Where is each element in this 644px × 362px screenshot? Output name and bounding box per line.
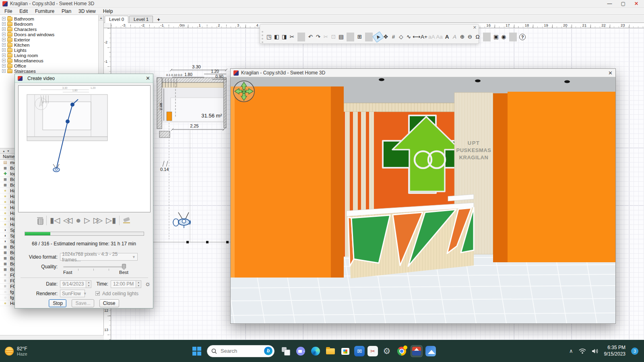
close-button[interactable]: ✕ (634, 1, 638, 6)
catalog-category[interactable]: Exterior (0, 37, 99, 42)
search-input[interactable] (220, 348, 258, 354)
magnet-icon[interactable]: Ω (474, 33, 481, 41)
catalog-category[interactable]: Miscellaneous (0, 58, 99, 63)
redo-icon[interactable]: ↷ (314, 33, 322, 41)
maximize-button[interactable]: ▢ (621, 1, 625, 6)
play-button[interactable]: ▷ (84, 216, 90, 225)
slider-thumb[interactable] (122, 264, 126, 270)
catalog-category[interactable]: Characters (0, 27, 99, 32)
expand-icon[interactable] (2, 53, 6, 57)
toolbar-button[interactable] (347, 33, 354, 41)
expand-icon[interactable] (2, 59, 6, 62)
create-rooms-icon[interactable]: ◇ (397, 33, 405, 41)
create-polyline-icon[interactable]: ∿ (405, 33, 413, 41)
spinner[interactable]: ▲▼ (136, 281, 141, 288)
undo-icon[interactable]: ↶ (307, 33, 314, 41)
menu-item[interactable]: Furniture (31, 8, 58, 14)
settings-icon[interactable]: ⚙ (381, 345, 393, 357)
catalog-category[interactable]: Bedroom (0, 21, 99, 27)
menu-item[interactable]: 3D view (75, 8, 99, 14)
weather-widget[interactable]: 82°F Haze (5, 346, 53, 356)
menu-item[interactable]: Help (99, 8, 117, 14)
video-format-select[interactable]: 1024x768 pixels - 4:3 - 25 frames...▼ (60, 253, 138, 261)
add-level-button[interactable]: + (154, 16, 163, 23)
zoom-out-icon[interactable]: ⊖ (466, 33, 474, 41)
dialog-close-button[interactable]: ✕ (146, 75, 150, 81)
time-field[interactable]: 12:00 PM ▲▼ (111, 280, 141, 288)
decrease-text-icon[interactable]: aA (428, 33, 436, 41)
chrome-icon[interactable] (396, 345, 408, 357)
expand-icon[interactable] (2, 64, 6, 68)
start-button[interactable] (192, 346, 202, 356)
snipping-tool-icon[interactable]: ✂ (367, 346, 378, 356)
wall-handle[interactable] (206, 241, 208, 243)
help-icon[interactable]: ? (519, 34, 526, 40)
skip-end-button[interactable]: ▷▮ (106, 216, 116, 225)
camera-path-point[interactable] (66, 119, 70, 123)
splitter-up-icon[interactable]: ▲ (2, 150, 5, 152)
catalog-category[interactable]: Lights (0, 47, 99, 53)
edge-icon[interactable] (310, 345, 322, 357)
photos-icon[interactable] (425, 346, 436, 356)
delete-frames-button[interactable] (37, 217, 43, 224)
paste-icon[interactable]: ▤ (337, 33, 345, 41)
catalog-category[interactable]: Kitchen (0, 42, 99, 47)
catalog-category[interactable]: Office (0, 63, 99, 68)
create-dimension-icon[interactable]: ⟷ (413, 33, 420, 41)
import-furniture-icon[interactable]: ◧ (273, 33, 281, 41)
fast-forward-button[interactable]: ▷▷ (93, 216, 103, 225)
speaker-icon[interactable] (592, 348, 599, 354)
expand-icon[interactable] (2, 27, 6, 31)
wifi-icon[interactable] (579, 348, 586, 354)
sweet-home-3d-icon[interactable] (411, 345, 423, 357)
copy-icon[interactable]: ⊡ (330, 33, 337, 41)
catalog-category[interactable]: Bathroom (0, 16, 99, 21)
file-explorer-icon[interactable] (324, 345, 336, 357)
cut-icon[interactable]: ✂ (322, 33, 330, 41)
menu-item[interactable]: File (1, 8, 16, 14)
3d-scene-canvas[interactable]: UPT PUSKESMAS KRAGILAN (231, 77, 615, 323)
video-icon[interactable]: ◉ (500, 33, 508, 41)
rewind-button[interactable]: ◁◁ (63, 216, 72, 225)
menu-item[interactable]: Edit (16, 8, 31, 14)
camera-icon[interactable] (173, 212, 190, 228)
spinner[interactable]: ▲▼ (86, 281, 91, 288)
toolbar-button[interactable] (365, 33, 373, 41)
bold-icon[interactable]: A (443, 33, 451, 41)
camera-path-point[interactable] (70, 103, 74, 107)
date-field[interactable]: 9/14/2023 ▲▼ (60, 280, 91, 288)
toolbar-button[interactable] (509, 33, 517, 41)
3d-navigation-compass[interactable] (233, 81, 254, 102)
expand-icon[interactable] (2, 43, 6, 47)
toolbar-button[interactable] (297, 33, 305, 41)
wall-handle[interactable] (226, 241, 229, 243)
search-box[interactable]: b (207, 345, 275, 357)
increase-text-icon[interactable]: Aa (436, 33, 443, 41)
splitter-down-icon[interactable]: ▼ (7, 150, 10, 152)
renderer-select[interactable]: SunFlow▼ (60, 290, 85, 297)
media-button[interactable] (46, 216, 47, 225)
expand-icon[interactable] (2, 33, 6, 36)
plan-edit-icon[interactable]: ✂ (288, 33, 296, 41)
toolbar-button[interactable] (483, 33, 491, 41)
record-button[interactable]: ● (76, 216, 81, 225)
add-furniture-icon[interactable]: ⊞ (356, 33, 363, 41)
tray-chevron-icon[interactable]: ∧ (569, 348, 573, 354)
italic-icon[interactable]: A (451, 33, 458, 41)
catalog-category[interactable]: Living room (0, 53, 99, 58)
bing-icon[interactable]: b (264, 347, 272, 355)
expand-icon[interactable] (2, 48, 6, 52)
store-icon[interactable] (339, 345, 351, 357)
mini-camera-icon[interactable] (53, 164, 60, 172)
close-dialog-button[interactable]: Close (99, 299, 119, 307)
skip-start-button[interactable]: ▮◁ (50, 216, 60, 225)
create-walls-icon[interactable]: # (390, 33, 397, 41)
notification-badge[interactable]: 3 (631, 348, 638, 355)
video-preview-plan[interactable]: 3.30 1.80 1.20 (18, 85, 151, 212)
ceiling-lights-checkbox[interactable] (95, 291, 100, 296)
task-view-icon[interactable] (280, 345, 292, 357)
wall-handle[interactable] (186, 241, 189, 243)
minimize-button[interactable]: — (607, 1, 612, 6)
catalog-category[interactable]: Staircases (0, 68, 99, 74)
expand-icon[interactable] (2, 69, 6, 73)
